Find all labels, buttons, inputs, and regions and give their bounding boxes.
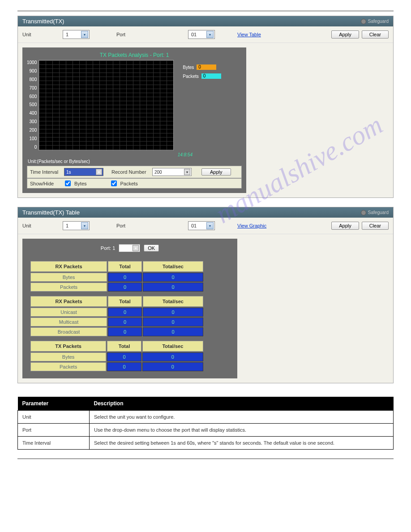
- ok-button[interactable]: OK: [144, 245, 159, 252]
- y-tick: 100: [27, 136, 37, 141]
- chart-title: TX Packets Analysis - Port: 1: [27, 52, 242, 58]
- record-number-label: Record Number: [111, 169, 150, 175]
- view-table-link[interactable]: View Table: [237, 32, 261, 37]
- time-interval-select[interactable]: 1s ▼: [64, 168, 103, 176]
- chevron-down-icon: ▼: [184, 169, 190, 175]
- desc-cell: Select the desired setting between 1s an…: [90, 437, 394, 450]
- port-select[interactable]: 01 ▼: [188, 221, 215, 230]
- unit-label: Unit: [22, 32, 63, 37]
- chevron-down-icon: ▼: [133, 245, 139, 251]
- persec-value: 0: [142, 362, 203, 371]
- showhide-row: Show/Hide Bytes Packets: [27, 178, 242, 189]
- record-number-select[interactable]: 200 ▼: [152, 168, 192, 176]
- showhide-label: Show/Hide: [30, 181, 61, 186]
- packets-checkbox[interactable]: [111, 180, 117, 186]
- unit-select[interactable]: 1 ▼: [63, 30, 90, 39]
- table-row: PortUse the drop-down menu to choose the…: [18, 424, 394, 437]
- panel-header: Transmitted(TX) Table Safeguard: [18, 207, 393, 218]
- y-axis: 1000 900 800 700 600 500 400 300 200 100…: [27, 60, 39, 150]
- interval-value: 1s: [121, 246, 126, 251]
- table-row: Packets00: [30, 362, 203, 371]
- bytes-checkbox[interactable]: [65, 180, 71, 186]
- y-tick: 900: [27, 69, 37, 73]
- total-value: 0: [107, 362, 141, 371]
- persec-value: 0: [143, 317, 203, 326]
- total-value: 0: [108, 283, 142, 292]
- row-label: Bytes: [30, 273, 107, 282]
- chart-plot: [39, 60, 174, 150]
- param-cell: Time Interval: [18, 437, 90, 450]
- unit-value: 1: [66, 223, 68, 228]
- y-tick: 500: [27, 102, 37, 107]
- param-header: Parameter: [18, 397, 90, 411]
- persec-value: 0: [143, 327, 203, 336]
- stats-table: RX PacketsTotalTotal/secUnicast00Multica…: [30, 295, 204, 337]
- safeguard-label: Safeguard: [368, 210, 389, 215]
- transmitted-panel: Transmitted(TX) Safeguard Unit 1 ▼ Port …: [17, 16, 394, 198]
- clear-button[interactable]: Clear: [362, 222, 389, 230]
- row-label: Unicast: [30, 308, 107, 317]
- stats-table: TX PacketsTotalTotal/secBytes00Packets00: [30, 340, 204, 372]
- chart-timestamp: 14:8:54: [27, 152, 193, 157]
- port-label: Port: [116, 223, 157, 228]
- safeguard-label: Safeguard: [368, 19, 389, 24]
- table-row: Multicast00: [30, 317, 203, 326]
- legend-bytes-label: Bytes: [183, 65, 194, 70]
- total-value: 0: [108, 317, 142, 326]
- desc-cell: Select the unit you want to configure.: [90, 411, 394, 424]
- chevron-down-icon: ▼: [206, 222, 214, 229]
- safeguard-icon: [361, 210, 366, 215]
- parameter-description-table: Parameter Description UnitSelect the uni…: [17, 397, 394, 450]
- unit-value: 1: [66, 32, 68, 37]
- table-area: Port: 1 1s ▼ OK RX PacketsTotalTotal/sec…: [22, 239, 237, 378]
- port-header: Port: 1 1s ▼ OK: [22, 239, 237, 257]
- apply-button[interactable]: Apply: [331, 222, 359, 230]
- desc-cell: Use the drop-down menu to choose the por…: [90, 424, 394, 437]
- chart-apply-button[interactable]: Apply: [201, 168, 231, 176]
- panel-title: Transmitted(TX) Table: [22, 209, 80, 216]
- table-header: TX Packets: [30, 341, 106, 352]
- port-value: 01: [191, 223, 197, 228]
- table-row: Time IntervalSelect the desired setting …: [18, 437, 394, 450]
- time-interval-value: 1s: [66, 170, 71, 175]
- apply-button[interactable]: Apply: [331, 30, 359, 39]
- clear-button[interactable]: Clear: [362, 30, 389, 39]
- table-header: Total/sec: [142, 341, 203, 352]
- unit-label: Unit: [22, 223, 63, 228]
- legend-packets-label: Packets: [183, 74, 199, 79]
- chevron-down-icon: ▼: [81, 222, 88, 229]
- table-header: Total: [107, 341, 141, 352]
- y-tick: 600: [27, 94, 37, 99]
- view-graphic-link[interactable]: View Graphic: [237, 223, 266, 228]
- record-number-value: 200: [154, 170, 162, 175]
- port-select[interactable]: 01 ▼: [188, 30, 215, 39]
- port-header-text: Port: 1: [101, 245, 115, 251]
- bytes-cb-label: Bytes: [74, 181, 87, 186]
- table-header: Total/sec: [143, 261, 203, 272]
- y-tick: 0: [27, 145, 37, 150]
- port-label: Port: [116, 32, 157, 37]
- table-row: Packets00: [30, 283, 203, 292]
- persec-value: 0: [142, 352, 203, 361]
- legend-bytes-value: 0: [197, 64, 216, 70]
- table-row: Unicast00: [30, 308, 203, 317]
- param-cell: Unit: [18, 411, 90, 424]
- control-row: Unit 1 ▼ Port 01 ▼ View Graphic Apply Cl…: [18, 218, 393, 234]
- row-label: Multicast: [30, 317, 107, 326]
- persec-value: 0: [143, 273, 203, 282]
- interval-select[interactable]: 1s ▼: [119, 244, 140, 252]
- stats-table: RX PacketsTotalTotal/secBytes00Packets00: [30, 260, 204, 292]
- table-header: Total: [108, 296, 142, 307]
- chart-legend: Bytes 0 Packets 0: [183, 64, 221, 150]
- y-tick: 1000: [27, 60, 37, 65]
- total-value: 0: [108, 308, 142, 317]
- unit-select[interactable]: 1 ▼: [63, 221, 90, 230]
- chevron-down-icon: ▼: [81, 31, 88, 38]
- unit-note: Unit:(Packets/sec or Bytes/sec): [27, 157, 242, 166]
- total-value: 0: [107, 352, 141, 361]
- port-value: 01: [191, 32, 197, 37]
- row-label: Packets: [30, 283, 107, 292]
- param-cell: Port: [18, 424, 90, 437]
- control-row: Unit 1 ▼ Port 01 ▼ View Table Apply Clea…: [18, 26, 393, 43]
- table-row: Broadcast00: [30, 327, 203, 336]
